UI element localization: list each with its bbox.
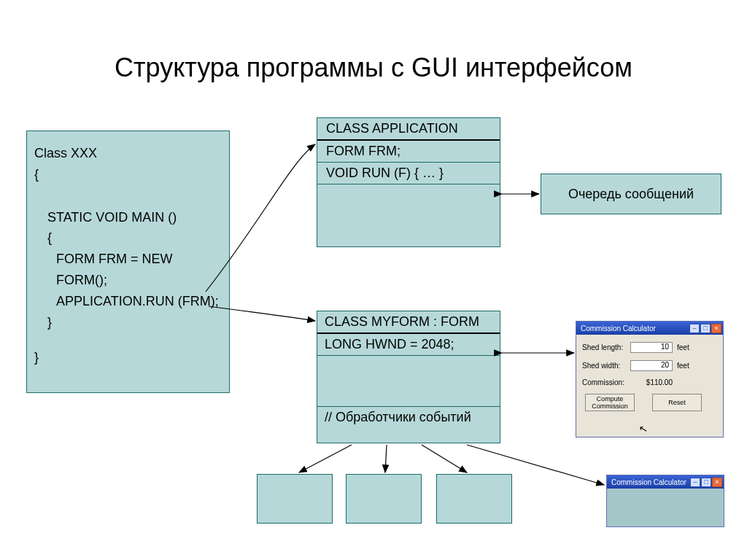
svg-line-2 [299, 445, 352, 472]
code-line: { [34, 228, 222, 249]
svg-line-3 [385, 445, 387, 472]
box-message-queue: Очередь сообщений [541, 174, 721, 214]
class-member: LONG HWND = 2048; [317, 334, 500, 356]
shed-length-input[interactable]: 10 [630, 342, 673, 353]
window-titlebar: Commission Calculator – □ × [576, 322, 723, 335]
class-empty-row [317, 356, 500, 407]
compute-commission-button[interactable]: Compute Commission [585, 394, 635, 411]
field-label: Shed width: [582, 362, 630, 370]
code-line: Class XXX [34, 143, 222, 164]
class-member: // Обработчики событий [317, 407, 500, 428]
queue-label: Очередь сообщений [568, 187, 694, 202]
code-line: APPLICATION.RUN (FRM); [34, 291, 222, 312]
code-line: { [34, 164, 222, 185]
field-label: Shed length: [582, 343, 630, 351]
window-commission-calculator-small: Commission Calculator – □ × [606, 475, 724, 527]
svg-line-4 [422, 445, 467, 472]
code-line: STATIC VOID MAIN () [34, 207, 222, 228]
code-line: FORM FRM = NEW FORM(); [34, 249, 222, 291]
reset-button[interactable]: Reset [652, 394, 702, 411]
minimize-icon[interactable]: – [689, 324, 700, 333]
box-class-myform: CLASS MYFORM : FORM LONG HWND = 2048; //… [317, 311, 500, 443]
handler-box [436, 474, 512, 524]
window-commission-calculator: Commission Calculator – □ × Shed length:… [576, 321, 724, 438]
class-member: VOID RUN (F) { … } [317, 163, 500, 184]
window-title: Commission Calculator [611, 478, 686, 486]
field-label: Commission: [582, 378, 630, 386]
box-class-xxx: Class XXX { STATIC VOID MAIN () { FORM F… [26, 131, 230, 393]
maximize-icon[interactable]: □ [700, 324, 711, 333]
code-line: } [34, 312, 222, 333]
class-empty-row [317, 184, 500, 209]
maximize-icon[interactable]: □ [701, 478, 711, 487]
shed-width-input[interactable]: 20 [630, 360, 673, 371]
window-titlebar: Commission Calculator – □ × [607, 475, 724, 489]
class-member: FORM FRM; [317, 141, 500, 163]
minimize-icon[interactable]: – [690, 478, 700, 487]
close-icon[interactable]: × [711, 324, 721, 333]
handler-box [257, 474, 333, 524]
code-line: } [34, 347, 222, 368]
handler-box [346, 474, 422, 524]
slide-title: Структура программы с GUI интерфейсом [0, 52, 747, 83]
close-icon[interactable]: × [712, 478, 722, 487]
window-title: Commission Calculator [581, 324, 656, 332]
unit-label: feet [677, 343, 689, 351]
commission-value: $110.00 [630, 378, 673, 386]
box-class-application: CLASS APPLICATION FORM FRM; VOID RUN (F)… [317, 117, 500, 247]
class-header: CLASS MYFORM : FORM [317, 311, 500, 334]
class-header: CLASS APPLICATION [317, 118, 500, 141]
unit-label: feet [677, 362, 689, 370]
